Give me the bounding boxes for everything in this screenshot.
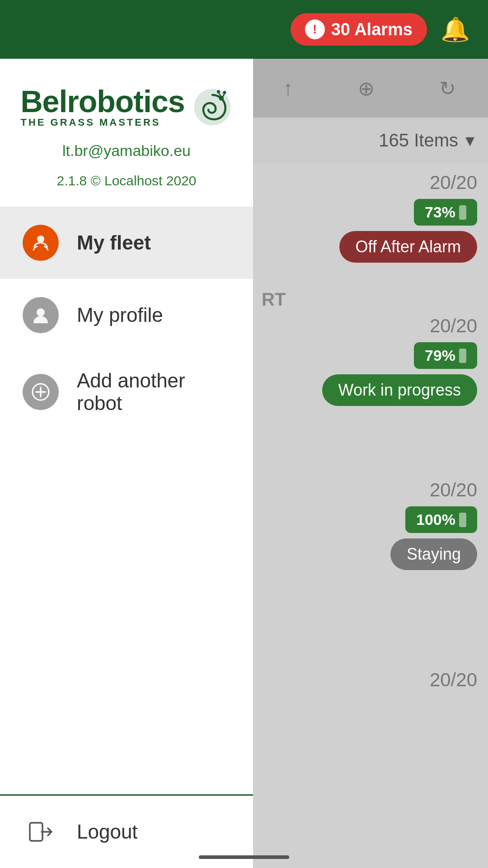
- status-badge-1: Off After Alarm: [339, 231, 477, 263]
- robot-card-3[interactable]: 20/20 100% Staying: [251, 470, 488, 660]
- robot-3-battery: 100%: [262, 506, 477, 533]
- logout-icon: [28, 819, 53, 844]
- bell-icon[interactable]: 🔔: [441, 16, 470, 43]
- add-robot-icon-circle: [23, 374, 59, 410]
- logout-icon-wrapper: [23, 814, 59, 850]
- fleet-icon-circle: [23, 225, 59, 261]
- robot-2-battery: 79%: [262, 342, 477, 369]
- logo-tagline: THE GRASS MASTERS: [20, 117, 184, 128]
- battery-3-value: 100%: [416, 511, 455, 528]
- battery-1-value: 73%: [425, 203, 455, 221]
- fleet-icon: [31, 233, 51, 253]
- sidebar-overlay: Belrobotics THE GRASS MASTERS lt.br@yama…: [0, 0, 253, 868]
- alarms-badge[interactable]: ! 30 Alarms: [291, 13, 427, 46]
- sidebar-header-space: [0, 0, 253, 59]
- alarms-count: 30 Alarms: [331, 20, 413, 39]
- svg-point-5: [223, 91, 226, 94]
- svg-rect-11: [30, 823, 42, 841]
- logout-label: Logout: [77, 821, 138, 843]
- logo-snail-icon: [192, 87, 233, 127]
- battery-2-value: 79%: [425, 347, 455, 364]
- battery-3-indicator: [459, 513, 466, 527]
- sidebar-email: lt.br@yamabiko.eu: [62, 142, 191, 160]
- robot-4-score: 20/20: [262, 669, 477, 691]
- items-count-bar: 165 Items ▾: [251, 118, 488, 163]
- status-badge-2: Work in progress: [322, 374, 477, 406]
- robot-card-2[interactable]: RT 20/20 79% Work in progress: [251, 280, 488, 470]
- battery-2-indicator: [459, 349, 466, 363]
- bg-toolbar: ↑ ⊕ ↻: [251, 59, 488, 118]
- sidebar-item-add-robot[interactable]: Add another robot: [0, 351, 253, 433]
- status-badge-3: Staying: [390, 538, 477, 570]
- sidebar-menu: My fleet My profile Add another robot: [0, 207, 253, 794]
- sidebar-logo-area: Belrobotics THE GRASS MASTERS lt.br@yama…: [0, 59, 253, 207]
- profile-icon-circle: [23, 297, 59, 333]
- robot-2-label: RT: [262, 289, 477, 310]
- grid-icon: ⊕: [358, 77, 375, 100]
- robot-card-4[interactable]: 20/20: [251, 660, 488, 868]
- robot-card-1[interactable]: 20/20 73% Off After Alarm: [251, 163, 488, 280]
- upload-icon: ↑: [283, 77, 293, 99]
- svg-point-7: [37, 308, 45, 316]
- robot-3-score: 20/20: [262, 479, 477, 501]
- svg-point-6: [37, 236, 44, 243]
- fleet-menu-label: My fleet: [77, 231, 151, 254]
- chevron-down-icon[interactable]: ▾: [465, 130, 474, 151]
- sidebar-version: 2.1.8 © Localhost 2020: [57, 173, 197, 189]
- svg-point-4: [216, 90, 220, 93]
- add-icon: [31, 382, 51, 402]
- robot-1-battery: 73%: [262, 199, 477, 226]
- profile-icon: [31, 305, 51, 325]
- profile-menu-label: My profile: [77, 304, 163, 326]
- robot-2-score: 20/20: [262, 315, 477, 337]
- robot-1-score: 20/20: [262, 172, 477, 193]
- home-indicator: [199, 855, 289, 859]
- sidebar-item-my-fleet[interactable]: My fleet: [0, 207, 253, 279]
- logo-brand-name: Belrobotics: [20, 86, 184, 117]
- logo-container: Belrobotics THE GRASS MASTERS: [20, 86, 232, 128]
- refresh-icon: ↻: [439, 77, 456, 100]
- battery-1-indicator: [459, 205, 466, 220]
- items-count: 165 Items: [379, 130, 458, 151]
- alarm-icon: !: [305, 19, 325, 39]
- add-robot-menu-label: Add another robot: [77, 369, 230, 415]
- logo-text-group: Belrobotics THE GRASS MASTERS: [20, 86, 184, 128]
- sidebar-item-my-profile[interactable]: My profile: [0, 279, 253, 351]
